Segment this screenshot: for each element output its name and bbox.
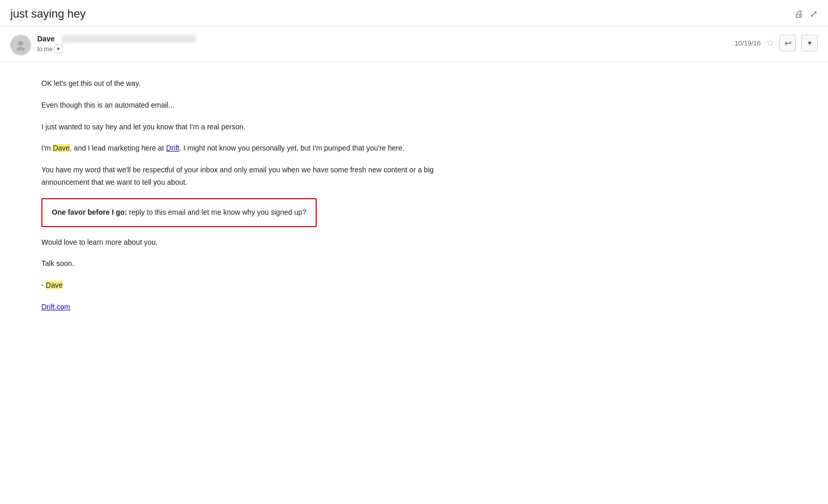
svg-point-0 [18,41,23,46]
p4-mid: , and I lead marketing here at [70,144,166,152]
sender-section: Dave to me ▾ [10,35,196,55]
svg-point-1 [17,47,25,51]
expand-icon[interactable]: ⤢ [810,8,818,20]
p4-post: . I might not know you personally yet, b… [179,144,404,152]
paragraph-7: Would love to learn more about you. [41,236,476,249]
to-me-dropdown[interactable]: ▾ [54,45,63,53]
paragraph-4: I'm Dave, and I lead marketing here at D… [41,142,476,155]
cta-box: One favor before I go: reply to this ema… [41,198,317,227]
star-icon[interactable]: ☆ [766,37,774,49]
more-options-button[interactable]: ▾ [801,35,818,51]
reply-button[interactable]: ↩ [779,35,796,51]
drift-com-link[interactable]: Drift.com [41,303,70,311]
to-me-label: to me [37,46,53,53]
cta-rest-text: reply to this email and let me know why … [127,208,306,216]
email-subject: just saying hey [10,7,86,21]
email-body: OK let's get this out of the way. Even t… [0,62,518,344]
cta-bold-text: One favor before I go: [52,208,127,216]
avatar [10,35,31,55]
print-icon[interactable]: 🖨 [794,9,804,20]
signoff-dave-highlighted: Dave [46,281,63,289]
header-right: 10/19/16 ☆ ↩ ▾ [734,35,818,51]
sign-off: - Dave [41,279,476,292]
top-bar-icons: 🖨 ⤢ [794,8,818,20]
top-bar: just saying hey 🖨 ⤢ [0,0,828,26]
footer-link-paragraph: Drift.com [41,301,476,314]
paragraph-8: Talk soon. [41,258,476,270]
chevron-down-icon: ▾ [808,39,811,47]
p4-dave-highlighted: Dave [53,144,70,152]
paragraph-3: I just wanted to say hey and let you kno… [41,121,476,134]
email-date: 10/19/16 [734,39,761,47]
email-header: Dave to me ▾ 10/19/16 ☆ ↩ ▾ [0,26,828,62]
reply-icon: ↩ [785,38,791,48]
to-me-row: to me ▾ [37,45,196,53]
sender-name: Dave [37,35,54,43]
paragraph-1: OK let's get this out of the way. [41,78,476,90]
drift-link[interactable]: Drift [166,144,180,152]
sender-info: Dave to me ▾ [37,35,196,53]
sender-email-blurred [62,35,196,42]
paragraph-5: You have my word that we'll be respectfu… [41,164,476,189]
p4-pre: I'm [41,144,53,152]
sender-name-row: Dave [37,35,196,43]
paragraph-2: Even though this is an automated email..… [41,99,476,112]
